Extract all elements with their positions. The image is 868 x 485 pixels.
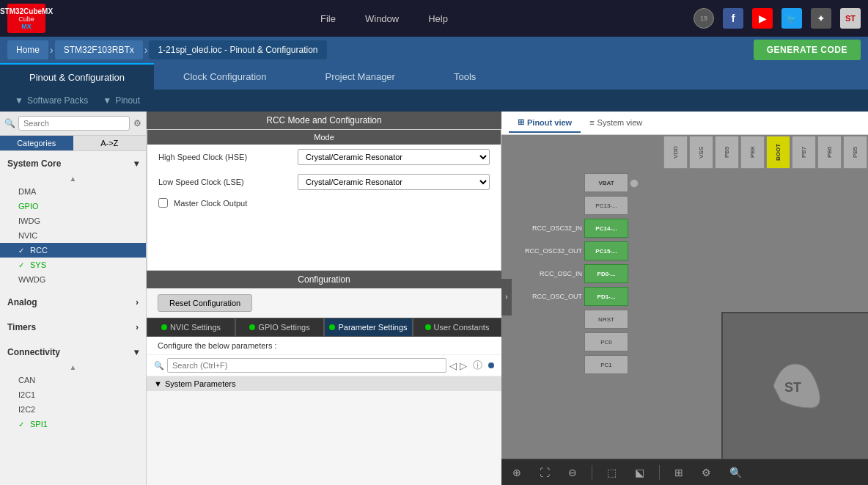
settings2-icon[interactable]: ⚙	[698, 464, 715, 481]
section-header-system-core[interactable]: System Core ▾	[0, 154, 146, 173]
pin-vbat-box[interactable]: VBAT	[584, 173, 628, 192]
network-icon[interactable]: ✦	[811, 8, 831, 29]
pin-boot[interactable]: BOOT	[766, 136, 790, 169]
tab-tools[interactable]: Tools	[424, 63, 505, 90]
export2-icon[interactable]: ⬕	[631, 464, 648, 481]
param-search-bar: 🔍 ◁ ▷ ⓘ	[147, 355, 501, 376]
logo-area: STM32CubeMX Cube MX	[7, 4, 45, 33]
zoom-in-icon[interactable]: ⊕	[509, 464, 525, 481]
pin-pc0-box[interactable]: PC0	[584, 332, 628, 351]
system-params-header[interactable]: ▼ System Parameters	[147, 376, 501, 391]
lse-select[interactable]: Crystal/Ceramic Resonator	[298, 174, 490, 190]
top-bar: STM32CubeMX Cube MX File Window Help 19 …	[0, 0, 868, 37]
config-section: Configuration Reset Configuration NVIC S…	[147, 271, 501, 391]
tab-system-view[interactable]: ≡ System view	[581, 114, 651, 133]
pin-nrst-box[interactable]: NRST	[584, 310, 628, 329]
section-header-connectivity[interactable]: Connectivity ▾	[0, 343, 146, 362]
breadcrumb: Home › STM32F103RBTx › 1-21spi_oled.ioc …	[0, 37, 868, 63]
top-icons: 19 f ▶ 🐦 ✦ ST	[694, 8, 861, 29]
section-analog: Analog ›	[0, 290, 146, 315]
section-header-analog[interactable]: Analog ›	[0, 293, 146, 312]
tab-pinout-config[interactable]: Pinout & Configuration	[0, 63, 154, 90]
pin-row-pc1: PC1	[516, 354, 628, 376]
zoom-out-icon[interactable]: ⊖	[564, 464, 581, 481]
collapse-panel-btn[interactable]: ›	[501, 279, 512, 316]
pin-pc15-box[interactable]: PC15-...	[584, 241, 628, 260]
sidebar-item-wwdg[interactable]: WWDG	[0, 272, 146, 287]
config-tab-gpio[interactable]: GPIO Settings	[235, 318, 324, 337]
youtube-icon[interactable]: ▶	[752, 8, 773, 29]
prev-icon[interactable]: ◁	[449, 360, 457, 371]
breadcrumb-file[interactable]: 1-21spi_oled.ioc - Pinout & Configuratio…	[149, 40, 326, 59]
zoom-search-icon[interactable]: 🔍	[726, 464, 746, 481]
menu-window[interactable]: Window	[365, 13, 399, 24]
collapse-icon-system-core: ▾	[134, 158, 139, 169]
pin-pd1-box[interactable]: PD1-...	[584, 287, 628, 306]
search-input[interactable]	[18, 116, 130, 131]
hse-row: High Speed Clock (HSE) Crystal/Ceramic R…	[147, 145, 501, 169]
pin-pb6[interactable]: PB6	[817, 136, 842, 169]
mode-section: Mode High Speed Clock (HSE) Crystal/Cera…	[147, 129, 501, 271]
menu-file[interactable]: File	[320, 13, 336, 24]
grid-view-icon[interactable]: ⊞	[671, 464, 687, 481]
generate-code-button[interactable]: GENERATE CODE	[754, 40, 861, 60]
config-tab-parameters[interactable]: Parameter Settings	[324, 318, 413, 337]
sub-tab-software-packs[interactable]: ▼ Software Packs	[15, 95, 88, 106]
twitter-icon[interactable]: 🐦	[781, 8, 802, 29]
pin-row-pc0: PC0	[516, 331, 628, 353]
sidebar-item-can[interactable]: CAN	[0, 373, 146, 387]
sidebar-item-spi1[interactable]: ✓ SPI1	[0, 417, 146, 431]
sidebar-item-sys[interactable]: ✓ SYS	[0, 258, 146, 272]
pin-pb7[interactable]: PB7	[792, 136, 816, 169]
tab-project-manager[interactable]: Project Manager	[296, 63, 424, 90]
rcc-panel-title: RCC Mode and Configuration	[147, 112, 501, 129]
rcc-osc32-out-label: RCC_OSC32_OUT	[516, 247, 582, 255]
pin-pb9[interactable]: PB9	[715, 136, 739, 169]
section-header-timers[interactable]: Timers ›	[0, 318, 146, 337]
breadcrumb-device[interactable]: STM32F103RBTx	[55, 40, 143, 59]
pin-pc13-box[interactable]: PC13-...	[584, 196, 628, 215]
cat-tab-categories[interactable]: Categories	[0, 136, 73, 150]
hse-select[interactable]: Crystal/Ceramic Resonator	[298, 149, 490, 165]
breadcrumb-home[interactable]: Home	[7, 40, 48, 59]
config-title: Configuration	[147, 271, 501, 288]
param-search-input[interactable]	[167, 358, 446, 373]
facebook-icon[interactable]: f	[723, 8, 743, 29]
collapse-icon-connectivity: ▾	[134, 347, 139, 357]
sidebar: 🔍 ⚙ Categories A->Z System Core ▾ ▲ DMA …	[0, 112, 147, 485]
config-tab-user-constants[interactable]: User Constants	[413, 318, 501, 337]
sidebar-item-i2c2[interactable]: I2C2	[0, 402, 146, 417]
sub-tab-pinout[interactable]: ▼ Pinout	[103, 95, 140, 106]
sidebar-item-i2c1[interactable]: I2C1	[0, 387, 146, 402]
user-const-dot	[425, 324, 431, 330]
version-badge: 19	[694, 8, 714, 29]
sidebar-item-gpio[interactable]: GPIO	[0, 199, 146, 214]
menu-help[interactable]: Help	[428, 13, 448, 24]
pin-pc14-box[interactable]: PC14-...	[584, 219, 628, 238]
pin-pc1-box[interactable]: PC1	[584, 355, 628, 374]
lse-row: Low Speed Clock (LSE) Crystal/Ceramic Re…	[147, 169, 501, 194]
st-logo-icon[interactable]: ST	[840, 8, 861, 29]
tab-pinout-view[interactable]: ⊞ Pinout view	[509, 113, 581, 133]
mco-checkbox[interactable]	[158, 198, 168, 208]
main-layout: 🔍 ⚙ Categories A->Z System Core ▾ ▲ DMA …	[0, 112, 868, 485]
pin-pd0-box[interactable]: PD0-...	[584, 264, 628, 283]
pin-pb5[interactable]: PB5	[843, 136, 867, 169]
chip-circle	[630, 179, 639, 188]
settings-icon[interactable]: ⚙	[133, 116, 141, 131]
tab-clock-config[interactable]: Clock Configuration	[154, 63, 295, 90]
mco-label[interactable]: Master Clock Output	[174, 199, 247, 208]
next-icon[interactable]: ▷	[460, 360, 467, 371]
config-tab-nvic[interactable]: NVIC Settings	[147, 318, 235, 337]
pin-row-pc14: RCC_OSC32_IN PC14-...	[516, 217, 628, 239]
grid-icon: ⊞	[518, 117, 524, 127]
sidebar-item-iwdg[interactable]: IWDG	[0, 214, 146, 228]
reset-config-button[interactable]: Reset Configuration	[158, 294, 252, 312]
pin-pb8[interactable]: PB8	[740, 136, 765, 169]
export1-icon[interactable]: ⬚	[603, 464, 620, 481]
fit-icon[interactable]: ⛶	[536, 464, 553, 481]
sidebar-item-rcc[interactable]: ✓ RCC	[0, 243, 146, 258]
sidebar-item-dma[interactable]: DMA	[0, 184, 146, 199]
cat-tab-az[interactable]: A->Z	[73, 136, 147, 150]
sidebar-item-nvic[interactable]: NVIC	[0, 228, 146, 243]
